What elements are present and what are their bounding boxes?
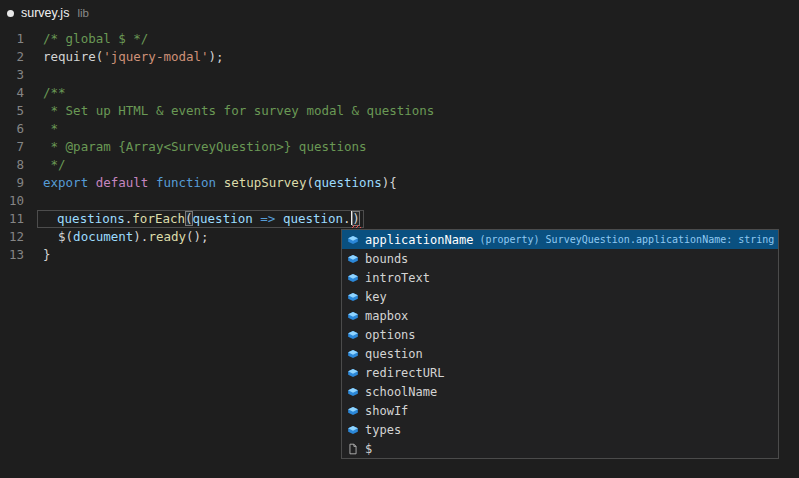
- line-number: 4: [0, 84, 24, 102]
- suggestion-label: bounds: [365, 252, 408, 266]
- code-line[interactable]: 9export default function setupSurvey(que…: [0, 174, 799, 192]
- code-line[interactable]: 7 * @param {Array<SurveyQuestion>} quest…: [0, 138, 799, 156]
- suggestion-label: $: [365, 442, 372, 456]
- property-icon: [345, 422, 361, 438]
- line-number: 7: [0, 138, 24, 156]
- error-squiggle-token: ): [352, 211, 360, 226]
- line-content: * Set up HTML & events for survey modal …: [43, 102, 434, 120]
- code-token: ready: [148, 229, 186, 244]
- suggestion-label: types: [365, 423, 401, 437]
- code-token: export: [43, 175, 96, 190]
- line-content: $(document).ready();: [43, 228, 209, 246]
- suggestion-item[interactable]: redirectURL: [342, 363, 778, 382]
- suggestion-item[interactable]: mapbox: [342, 306, 778, 325]
- code-token: $(: [43, 229, 73, 244]
- line-number: 9: [0, 174, 24, 192]
- code-token: );: [209, 49, 224, 64]
- line-number: 1: [0, 30, 24, 48]
- line-content: /* global $ */: [43, 30, 148, 48]
- property-icon: [345, 327, 361, 343]
- suggestion-item[interactable]: key: [342, 287, 778, 306]
- code-token: require(: [43, 49, 103, 64]
- code-token: =>: [253, 211, 283, 226]
- autocomplete-popup: applicationName(property) SurveyQuestion…: [341, 229, 779, 459]
- code-line[interactable]: 3: [0, 66, 799, 84]
- line-number: 3: [0, 66, 24, 84]
- suggestion-item[interactable]: schoolName: [342, 382, 778, 401]
- tab-folder-hint: lib: [77, 7, 89, 19]
- code-line[interactable]: 4/**: [0, 84, 799, 102]
- suggestion-label: introText: [365, 271, 430, 285]
- property-icon: [345, 289, 361, 305]
- code-line[interactable]: 8 */: [0, 156, 799, 174]
- code-token: setupSurvey: [224, 175, 307, 190]
- line-number: 8: [0, 156, 24, 174]
- code-token: document: [73, 229, 133, 244]
- code-line[interactable]: 6 *: [0, 120, 799, 138]
- code-token: 'jquery-modal': [103, 49, 208, 64]
- text-icon: [345, 441, 361, 457]
- property-icon: [345, 308, 361, 324]
- suggestion-label: question: [365, 347, 423, 361]
- line-number: 5: [0, 102, 24, 120]
- line-content: * @param {Array<SurveyQuestion>} questio…: [43, 138, 367, 156]
- suggestion-item[interactable]: $: [342, 439, 778, 458]
- tab-survey-js[interactable]: survey.js lib: [7, 6, 89, 20]
- code-token: default: [96, 175, 156, 190]
- code-token: (: [185, 211, 193, 226]
- code-token: * @param {Array<SurveyQuestion>} questio…: [43, 139, 367, 154]
- suggestion-label: applicationName: [365, 233, 473, 247]
- suggestion-item[interactable]: options: [342, 325, 778, 344]
- code-line[interactable]: 10: [0, 192, 799, 210]
- line-number: 2: [0, 48, 24, 66]
- suggestion-item[interactable]: types: [342, 420, 778, 439]
- active-line-content: questions.forEach(question => question.): [37, 210, 364, 228]
- code-token: * Set up HTML & events for survey modal …: [43, 103, 434, 118]
- suggestion-detail: (property) SurveyQuestion.applicationNam…: [479, 234, 774, 245]
- code-token: /* global $ */: [43, 31, 148, 46]
- line-number: 10: [0, 192, 24, 210]
- code-token: */: [43, 157, 66, 172]
- code-token: ){: [382, 175, 397, 190]
- code-token: (: [306, 175, 314, 190]
- modified-indicator-icon: [7, 10, 14, 17]
- suggestion-item[interactable]: showIf: [342, 401, 778, 420]
- suggestion-item[interactable]: introText: [342, 268, 778, 287]
- code-line[interactable]: 5 * Set up HTML & events for survey moda…: [0, 102, 799, 120]
- line-content: */: [43, 156, 66, 174]
- code-line[interactable]: 2require('jquery-modal');: [0, 48, 799, 66]
- code-line[interactable]: 11 questions.forEach(question => questio…: [0, 210, 799, 228]
- suggestion-item[interactable]: question: [342, 344, 778, 363]
- tab-bar: survey.js lib: [0, 0, 799, 26]
- suggestion-label: options: [365, 328, 416, 342]
- property-icon: [345, 232, 361, 248]
- line-number: 13: [0, 246, 24, 264]
- code-token: function: [156, 175, 224, 190]
- property-icon: [345, 403, 361, 419]
- suggestion-label: schoolName: [365, 385, 437, 399]
- line-number: 11: [0, 210, 24, 228]
- property-icon: [345, 384, 361, 400]
- code-token: }: [43, 247, 51, 262]
- code-token: questions: [314, 175, 382, 190]
- property-icon: [345, 365, 361, 381]
- code-token: ).: [133, 229, 148, 244]
- line-content: export default function setupSurvey(ques…: [43, 174, 397, 192]
- suggestion-label: key: [365, 290, 387, 304]
- property-icon: [345, 346, 361, 362]
- code-token: question: [193, 211, 253, 226]
- code-token: question: [283, 211, 343, 226]
- code-token: forEach: [132, 211, 185, 226]
- code-token: ();: [186, 229, 209, 244]
- suggestion-label: showIf: [365, 404, 408, 418]
- line-content: *: [43, 120, 58, 138]
- suggestion-item[interactable]: bounds: [342, 249, 778, 268]
- line-number: 6: [0, 120, 24, 138]
- code-token: [42, 211, 57, 226]
- suggestion-item-selected[interactable]: applicationName(property) SurveyQuestion…: [342, 230, 778, 249]
- code-editor-window: survey.js lib 1/* global $ */2require('j…: [0, 0, 799, 478]
- property-icon: [345, 270, 361, 286]
- code-line[interactable]: 1/* global $ */: [0, 30, 799, 48]
- code-token: *: [43, 121, 58, 136]
- code-token: .: [343, 211, 351, 226]
